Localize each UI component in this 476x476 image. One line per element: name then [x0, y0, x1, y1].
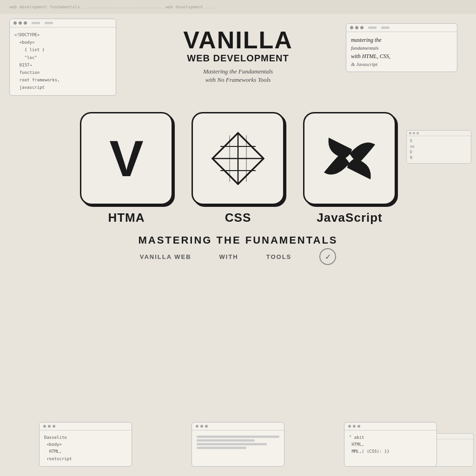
dot-3	[360, 26, 364, 29]
mastering-title: MASTERING THE FUNAMENTALS	[0, 234, 476, 246]
bw3-titlebar	[344, 423, 436, 430]
dot-1	[350, 26, 353, 29]
rmw-line1: V	[410, 139, 468, 144]
js-icon-item: JavaScript	[303, 112, 396, 225]
rmw-line4: N	[410, 155, 468, 161]
rmw-dot-1	[409, 132, 411, 134]
dot-2	[355, 26, 358, 29]
with-label: WITH	[219, 253, 238, 260]
bw1-line4: rootscript	[44, 456, 127, 463]
icons-section: V HTMA	[80, 112, 396, 225]
bw2-dot-3	[205, 425, 208, 428]
bw1-line3: HTML,	[44, 448, 127, 455]
rw-line2: fundamentals	[351, 44, 452, 52]
bw3-line2: HTML,	[349, 441, 432, 448]
right-mid-window: V no D N	[406, 130, 471, 164]
bw1-content: Dasselito <body> HTML, rootscript	[40, 430, 132, 466]
rw-line1: mastering the	[351, 36, 452, 44]
bw1-line1: Dasselito	[44, 434, 127, 441]
btn-1	[368, 26, 377, 29]
shutter-svg	[319, 128, 380, 189]
bw2-content	[192, 430, 284, 454]
js-icon-box	[303, 112, 396, 205]
subtitle: WEB DEVELOPMENT	[130, 53, 346, 64]
html-icon-item: V HTMA	[80, 112, 173, 225]
bw1-dot-3	[53, 425, 55, 428]
shutter-group	[324, 138, 375, 179]
bw2-dot-1	[196, 425, 198, 428]
css-icon-item: CSS	[192, 112, 284, 225]
bottom-window-2	[192, 422, 284, 467]
bottom-windows-row: Dasselito <body> HTML, rootscript " abit	[0, 422, 476, 467]
globe-svg	[208, 128, 268, 189]
bw2-line1	[197, 436, 279, 438]
bw2-line3	[197, 443, 267, 445]
css-icon-box	[192, 112, 284, 205]
code-line: javascript	[14, 84, 111, 91]
rmw-dot-2	[413, 132, 415, 134]
bw3-dot-1	[348, 425, 351, 428]
right-window-titlebar	[346, 24, 457, 32]
header-section: VANILLA WEB DEVELOPMENT Mastering the Fu…	[0, 0, 476, 84]
css-label: CSS	[225, 211, 251, 225]
bw2-dot-2	[200, 425, 203, 428]
btn-2	[381, 26, 390, 29]
bw2-titlebar	[192, 423, 284, 430]
bw2-line2	[197, 439, 255, 442]
tools-label: TOOLS	[266, 253, 292, 260]
bw1-dot-2	[48, 425, 51, 428]
main-content: VANILLA WEB DEVELOPMENT Mastering the Fu…	[0, 0, 476, 476]
bottom-window-1: Dasselito <body> HTML, rootscript	[39, 422, 132, 467]
bw3-content: " abit HTML, MML,) (CSS): }}	[344, 430, 436, 459]
main-title: VANILLA	[130, 28, 346, 52]
bw3-line3: MML,) (CSS): }}	[349, 448, 432, 455]
rw-line4: & Javascript	[351, 60, 452, 68]
header-center: VANILLA WEB DEVELOPMENT Mastering the Fu…	[130, 23, 346, 84]
rmw-line3: D	[410, 150, 468, 155]
html-label: HTMA	[108, 211, 145, 225]
rmw-content: V no D N	[407, 136, 471, 163]
bw3-dot-3	[357, 425, 360, 428]
html-icon-box: V	[80, 112, 173, 205]
bottom-row: VANILLA WEB WITH TOOLS ✓	[0, 248, 476, 265]
tagline-line2: with No Frameworks Tools	[205, 76, 271, 83]
header-right-window: mastering the fundamentals with HTML, CS…	[346, 23, 457, 72]
rmw-titlebar	[407, 131, 471, 136]
rw-line3: with HTML, CSS,	[351, 52, 452, 60]
bw1-titlebar	[40, 423, 132, 430]
tagline: Mastering the Fundamentals with No Frame…	[130, 67, 346, 84]
rmw-dot-3	[416, 132, 419, 134]
check-circle: ✓	[319, 248, 336, 265]
globe-group	[212, 133, 264, 184]
bw1-dot-1	[43, 425, 46, 428]
bw1-line2: <body>	[44, 441, 127, 448]
bw2-line4	[197, 447, 246, 449]
right-window-content: mastering the fundamentals with HTML, CS…	[346, 32, 457, 72]
tagline-line1: Mastering the Fundamentals	[203, 68, 273, 75]
bw3-line1: " abit	[349, 434, 432, 441]
vanilla-web-label: VANILLA WEB	[140, 253, 192, 260]
bottom-window-3: " abit HTML, MML,) (CSS): }}	[344, 422, 437, 467]
bottom-section: MASTERING THE FUNAMENTALS VANILLA WEB WI…	[0, 234, 476, 265]
v-shape-icon: V	[109, 133, 143, 184]
rmw-line2: no	[410, 144, 468, 150]
js-label: JavaScript	[317, 211, 383, 225]
bw3-dot-2	[353, 425, 356, 428]
